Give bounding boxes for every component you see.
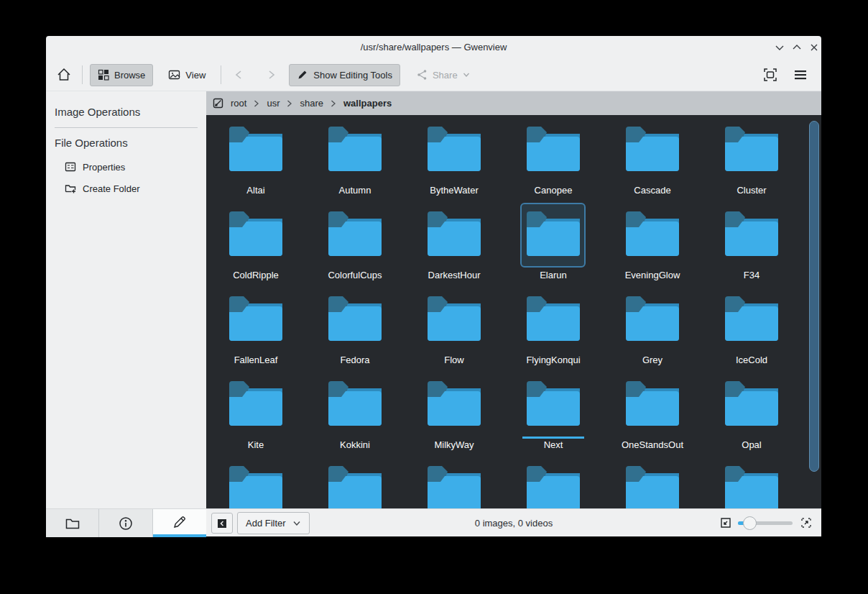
- folder-item[interactable]: Kokkini: [305, 378, 405, 463]
- folder-item[interactable]: [603, 463, 702, 508]
- folder-label: DarkestHour: [405, 270, 504, 280]
- folder-label: Flow: [405, 355, 504, 365]
- window-title: /usr/share/wallpapers — Gwenview: [46, 36, 821, 59]
- zoom-fit-button[interactable]: [719, 516, 732, 532]
- statusbar: Add Filter 0 images, 0 videos: [46, 508, 821, 536]
- folder-item[interactable]: F34: [702, 209, 801, 293]
- share-button[interactable]: Share: [409, 64, 478, 86]
- folder-item-selected[interactable]: Elarun: [504, 209, 603, 293]
- tab-information[interactable]: [99, 509, 152, 537]
- zoom-full-icon: [800, 516, 813, 529]
- editing-tools-label: Show Editing Tools: [313, 70, 392, 81]
- slider-handle[interactable]: [743, 516, 757, 530]
- folder-item[interactable]: Canopee: [504, 124, 603, 209]
- folder-item[interactable]: BytheWater: [405, 124, 504, 209]
- folder-label: Autumn: [305, 185, 405, 196]
- chevron-right-icon: [264, 68, 277, 81]
- folder-item[interactable]: [504, 463, 603, 508]
- breadcrumb-separator: [331, 100, 336, 107]
- folder-item[interactable]: [206, 463, 305, 508]
- folder-item[interactable]: MilkyWay: [405, 378, 504, 463]
- folder-icon: [624, 209, 681, 257]
- folder-icon: [624, 293, 681, 342]
- home-button[interactable]: [53, 64, 75, 86]
- folder-icon: [425, 463, 483, 508]
- show-editing-tools-button[interactable]: Show Editing Tools: [289, 64, 400, 86]
- folder-item[interactable]: OneStandsOut: [603, 378, 702, 463]
- folder-icon: [227, 293, 285, 342]
- sidebar-item-create-folder[interactable]: Create Folder: [55, 178, 198, 199]
- folder-item[interactable]: Cluster: [702, 124, 801, 209]
- minimize-button[interactable]: [774, 42, 785, 53]
- sidebar-tabs: [46, 509, 206, 537]
- folder-item[interactable]: [405, 463, 504, 508]
- folder-item[interactable]: Autumn: [305, 124, 405, 209]
- breadcrumb-bar: root usr share wallpapers: [206, 91, 821, 115]
- go-back-button[interactable]: [228, 64, 250, 86]
- folder-icon: [326, 209, 384, 257]
- zoom-full-button[interactable]: [800, 516, 813, 532]
- folder-item[interactable]: FlyingKonqui: [504, 293, 603, 378]
- folder-item[interactable]: Opal: [702, 378, 801, 463]
- folder-item-hovered[interactable]: Next: [504, 378, 603, 463]
- close-icon: [808, 42, 820, 53]
- fullscreen-icon: [762, 67, 778, 83]
- folder-item[interactable]: Altai: [206, 124, 305, 209]
- folder-item[interactable]: [702, 463, 801, 508]
- chevron-down-icon: [774, 42, 785, 53]
- folder-item[interactable]: Cascade: [603, 124, 702, 209]
- folder-icon: [326, 124, 384, 173]
- folder-item[interactable]: FallenLeaf: [206, 293, 305, 378]
- folder-icon: [425, 124, 483, 173]
- thumbnail-view[interactable]: Altai Autumn BytheWater Canopee Cascade …: [206, 115, 821, 508]
- gwenview-window: /usr/share/wallpapers — Gwenview Browse: [46, 36, 821, 536]
- sidebar-item-properties[interactable]: Properties: [55, 156, 198, 178]
- folder-item[interactable]: [305, 463, 405, 508]
- folder-item[interactable]: Grey: [603, 293, 702, 378]
- folder-icon: [723, 463, 780, 508]
- properties-icon: [65, 161, 76, 173]
- titlebar[interactable]: /usr/share/wallpapers — Gwenview: [46, 36, 821, 59]
- chevron-up-icon: [791, 42, 803, 53]
- close-button[interactable]: [808, 42, 820, 53]
- zoom-fit-icon: [719, 516, 732, 529]
- folder-item[interactable]: EveningGlow: [603, 209, 702, 293]
- folder-item[interactable]: DarkestHour: [405, 209, 504, 293]
- folder-icon: [525, 209, 582, 257]
- breadcrumb-separator: [254, 100, 259, 107]
- view-button[interactable]: View: [160, 64, 213, 86]
- tab-operations[interactable]: [153, 509, 206, 537]
- folder-item[interactable]: ColorfulCups: [305, 209, 405, 293]
- tab-folders[interactable]: [46, 509, 99, 537]
- zoom-slider[interactable]: [738, 509, 793, 537]
- folder-item[interactable]: Fedora: [305, 293, 405, 378]
- folder-item[interactable]: Flow: [405, 293, 504, 378]
- folder-label: Opal: [702, 439, 801, 450]
- breadcrumb-share[interactable]: share: [300, 98, 323, 109]
- breadcrumb-root[interactable]: root: [231, 98, 246, 109]
- folder-icon: [425, 378, 483, 427]
- hamburger-menu-button[interactable]: [790, 64, 811, 86]
- browse-grid-icon: [98, 69, 109, 81]
- pencil-icon: [297, 69, 308, 81]
- folder-icon: [723, 209, 780, 257]
- folder-label: MilkyWay: [405, 439, 504, 450]
- breadcrumb-wallpapers[interactable]: wallpapers: [343, 98, 392, 109]
- maximize-button[interactable]: [791, 42, 803, 53]
- folder-label: Kokkini: [305, 439, 405, 450]
- folder-icon: [425, 293, 483, 342]
- fullscreen-button[interactable]: [760, 64, 781, 86]
- folder-item[interactable]: Kite: [206, 378, 305, 463]
- breadcrumb-usr[interactable]: usr: [267, 98, 280, 109]
- folder-item[interactable]: IceCold: [702, 293, 801, 378]
- folder-icon: [525, 463, 582, 508]
- vertical-scrollbar[interactable]: [809, 121, 819, 472]
- folder-label: OneStandsOut: [603, 439, 702, 450]
- go-forward-button[interactable]: [260, 64, 282, 86]
- home-icon: [56, 67, 72, 83]
- info-icon: [118, 516, 134, 531]
- folder-item[interactable]: ColdRipple: [206, 209, 305, 293]
- browse-button[interactable]: Browse: [90, 64, 153, 86]
- folder-label: ColdRipple: [206, 270, 305, 280]
- hamburger-icon: [793, 68, 808, 82]
